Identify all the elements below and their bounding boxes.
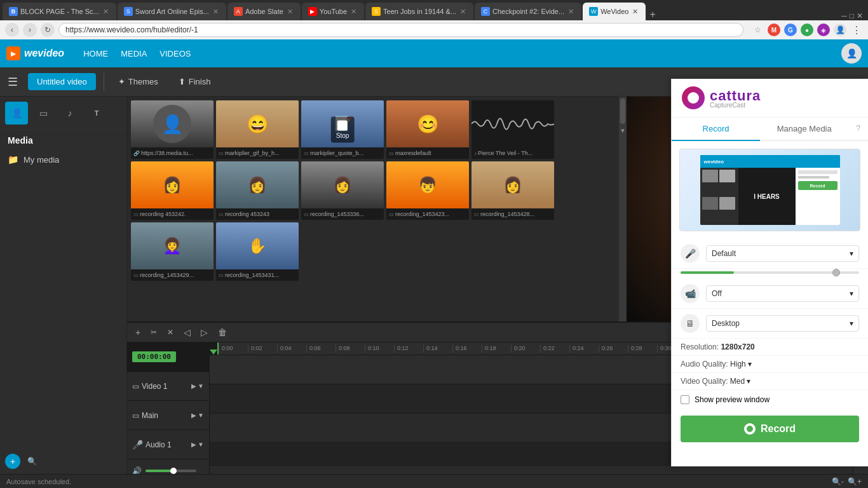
profile-icon[interactable]: ● (801, 24, 813, 36)
cattura-show-preview-checkbox[interactable] (681, 395, 689, 404)
tab-close-icon[interactable]: ✕ (349, 8, 358, 16)
cattura-tab-manage-media[interactable]: Manage Media (760, 118, 848, 140)
tab-title: BLOCK PAGE - The Sc... (20, 8, 99, 15)
bookmark-icon[interactable]: ☆ (751, 24, 764, 36)
url-input[interactable]: https://www.wevideo.com/hub#editor/-1 (58, 23, 743, 37)
tab-block-page[interactable]: B BLOCK PAGE - The Sc... ✕ (3, 3, 116, 20)
volume-slider-track[interactable] (146, 470, 196, 472)
minimize-icon[interactable]: ─ (841, 11, 847, 20)
tab-close-icon[interactable]: ✕ (631, 8, 639, 16)
nav-videos[interactable]: VIDEOS (159, 49, 191, 58)
user-avatar[interactable]: 👤 (834, 24, 846, 36)
track-collapse-icon[interactable]: ▼ (198, 412, 204, 419)
finish-button[interactable]: ⬆ Finish (172, 74, 217, 90)
extension-icon[interactable]: ◈ (817, 24, 830, 36)
tab-close-icon[interactable]: ✕ (212, 8, 220, 16)
zoom-out-button[interactable]: 🔍- (832, 477, 844, 486)
close-icon[interactable]: ✕ (857, 11, 863, 20)
nav-media[interactable]: MEDIA (121, 49, 147, 58)
scroll-down-arrow[interactable]: ▼ (620, 127, 626, 134)
tab-youtube[interactable]: ▶ YouTube ✕ (302, 3, 364, 20)
list-item[interactable]: ♪ Pierce The Veil - Th... (471, 100, 554, 159)
list-item[interactable]: 👩‍🦱 ▭ recording_1453429... (131, 222, 214, 281)
cattura-audio-quality-dropdown[interactable]: High ▾ (730, 360, 752, 369)
cattura-tab-record[interactable]: Record (672, 118, 760, 141)
list-item[interactable]: 😊 ▭ maxresdefault (386, 100, 469, 159)
ruler-tick: 0:28 (628, 345, 657, 353)
cattura-slider-handle[interactable] (832, 269, 840, 276)
volume-handle[interactable] (170, 468, 177, 474)
tab-close-icon[interactable]: ✕ (286, 8, 294, 16)
list-item[interactable]: 📝 Stop ▭ markiplier_quote_b... (301, 100, 384, 159)
list-item[interactable]: 👤 🔗 https://38.media.tu... (131, 100, 214, 159)
gmail-icon[interactable]: M (768, 24, 780, 36)
list-item[interactable]: ✋ ▭ recording_1453431... (216, 222, 299, 281)
track-expand-icon[interactable]: ▶ (191, 383, 196, 390)
tab-close-icon[interactable]: ✕ (102, 8, 110, 16)
list-item[interactable]: 😄 ▭ markiplier_gif_by_h... (216, 100, 299, 159)
cattura-record-button[interactable]: Record (681, 416, 859, 442)
track-expand-icon[interactable]: ▶ (191, 412, 196, 419)
cattura-logo-inner (688, 92, 699, 104)
logo-text: wevideo (24, 48, 64, 59)
my-media-item[interactable]: 📁 My media (0, 151, 126, 168)
cattura-camera-icon: 📹 (681, 284, 700, 303)
track-expand-icon[interactable]: ▶ (191, 441, 196, 448)
back-button[interactable]: ‹ (5, 23, 19, 37)
cattura-volume-slider[interactable] (681, 271, 859, 274)
google-icon[interactable]: G (784, 24, 797, 36)
maximize-icon[interactable]: □ (850, 11, 854, 20)
cattura-video-quality-dropdown[interactable]: Med ▾ (730, 377, 750, 386)
cattura-desktop-dropdown[interactable]: Desktop ▾ (706, 315, 859, 332)
tab-adobe-slate[interactable]: A Adobe Slate ✕ (227, 3, 301, 20)
trim-left-icon[interactable]: ◁ (180, 325, 194, 339)
nav-home[interactable]: HOME (83, 49, 108, 58)
tab-wevideo[interactable]: W WeVideo ✕ (583, 3, 646, 20)
tab-close-icon[interactable]: ✕ (567, 8, 575, 16)
list-item[interactable]: 👩 ▭ recording 453242. (131, 161, 214, 220)
forward-button[interactable]: › (23, 23, 37, 37)
preview-mini-video: I HEARS (738, 168, 796, 225)
scroll-thumb[interactable] (620, 98, 625, 124)
video-panel-icon[interactable]: ▭ (32, 102, 55, 125)
delete-icon[interactable]: ✕ (164, 326, 177, 339)
trim-right-icon[interactable]: ▷ (198, 325, 211, 339)
tab-teen-jobs[interactable]: S Teen Jobs in 19144 &... ✕ (365, 3, 473, 20)
list-item[interactable]: 👩 ▭ recording 453243 (216, 161, 299, 220)
media-scrollbar[interactable]: ▼ (619, 97, 627, 322)
cattura-volume-slider-row (672, 269, 868, 279)
tab-sword-art[interactable]: S Sword Art Online Epis... ✕ (118, 3, 226, 20)
video-icon: ▭ (474, 212, 479, 217)
track-collapse-icon[interactable]: ▼ (198, 441, 204, 448)
video-icon: ▭ (219, 212, 224, 217)
menu-icon[interactable]: ⋮ (850, 24, 863, 36)
search-media-button[interactable]: 🔍 (24, 454, 39, 469)
user-avatar[interactable]: 👤 (841, 43, 862, 64)
track-collapse-icon[interactable]: ▼ (198, 383, 204, 390)
tab-title: Adobe Slate (245, 8, 283, 15)
add-media-button[interactable]: + (5, 454, 20, 469)
list-item[interactable]: 👩 ▭ recording_1453336... (301, 161, 384, 220)
track-row-audio2[interactable] (210, 466, 853, 474)
media-panel-icon[interactable]: 👤 (5, 102, 28, 125)
tab-checkpoint[interactable]: C Checkpoint #2: Evide... ✕ (475, 3, 581, 20)
list-item[interactable]: 👦 ▭ recording_1453423... (386, 161, 469, 220)
new-tab-button[interactable]: + (649, 9, 655, 20)
cattura-mic-dropdown[interactable]: Default ▾ (706, 245, 859, 262)
refresh-button[interactable]: ↻ (41, 23, 55, 37)
zoom-in-button[interactable]: 🔍+ (848, 477, 862, 486)
cattura-desktop-icon: 🖥 (681, 314, 700, 333)
text-panel-icon[interactable]: T (85, 102, 108, 125)
trash-icon[interactable]: 🗑 (215, 325, 230, 339)
stop-overlay[interactable]: Stop (331, 117, 355, 143)
cattura-camera-dropdown[interactable]: Off ▾ (706, 285, 859, 302)
cattura-help-button[interactable]: ? (848, 118, 868, 140)
audio-panel-icon[interactable]: ♪ (58, 102, 81, 125)
scissors-icon[interactable]: ✂ (147, 326, 160, 339)
add-track-button[interactable]: + (132, 325, 144, 339)
tab-close-icon[interactable]: ✕ (459, 8, 467, 16)
project-title-tab[interactable]: Untitled video (28, 73, 96, 90)
hamburger-menu-icon[interactable]: ☰ (8, 75, 18, 89)
themes-button[interactable]: ✦ Themes (112, 74, 165, 90)
list-item[interactable]: 👩 ▭ recording_1453428... (471, 161, 554, 220)
